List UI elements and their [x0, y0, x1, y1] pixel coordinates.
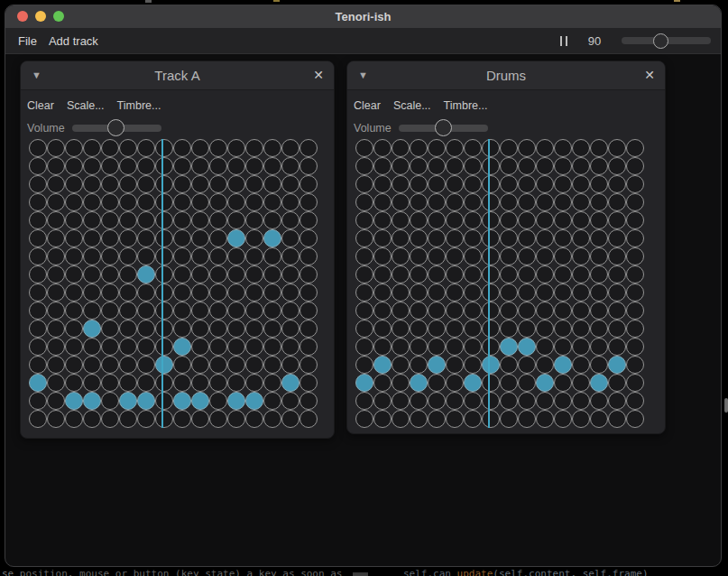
grid-cell[interactable] — [245, 302, 263, 320]
grid-cell[interactable] — [464, 247, 482, 265]
grid-cell[interactable] — [47, 374, 65, 392]
grid-cell[interactable] — [119, 320, 137, 338]
grid-cell[interactable] — [173, 211, 191, 229]
grid-cell[interactable] — [608, 265, 626, 283]
grid-cell[interactable] — [281, 211, 299, 229]
grid-cell[interactable] — [392, 320, 410, 338]
grid-cell[interactable] — [482, 211, 500, 229]
grid-cell[interactable] — [464, 338, 482, 356]
grid-cell[interactable] — [47, 193, 65, 211]
grid-cell[interactable] — [47, 283, 65, 302]
grid-cell[interactable] — [428, 157, 446, 175]
grid-cell[interactable] — [281, 338, 299, 356]
grid-cell[interactable] — [536, 356, 554, 374]
grid-cell[interactable] — [464, 320, 482, 338]
action-button-timbre[interactable]: Timbre... — [444, 99, 488, 112]
grid-cell[interactable] — [518, 320, 536, 338]
grid-cell[interactable] — [572, 265, 590, 283]
grid-cell[interactable] — [572, 247, 590, 265]
grid-cell[interactable] — [191, 193, 209, 211]
grid-cell[interactable] — [65, 139, 83, 157]
grid-cell[interactable] — [428, 338, 446, 356]
grid-cell[interactable] — [518, 392, 536, 410]
grid-cell[interactable] — [245, 229, 263, 247]
grid-cell[interactable] — [65, 356, 83, 374]
grid-cell[interactable] — [101, 338, 119, 356]
grid-cell[interactable] — [355, 283, 373, 302]
grid-cell[interactable] — [590, 211, 608, 229]
grid-cell[interactable] — [590, 139, 608, 157]
grid-cell[interactable] — [572, 302, 590, 320]
grid-cell[interactable] — [191, 302, 209, 320]
grid-cell[interactable] — [590, 302, 608, 320]
grid-cell[interactable] — [263, 247, 281, 265]
grid-cell[interactable] — [608, 247, 626, 265]
grid-cell[interactable] — [191, 374, 209, 392]
grid-cell[interactable] — [155, 139, 173, 157]
grid-cell[interactable] — [137, 211, 155, 229]
grid-cell[interactable] — [554, 356, 572, 374]
grid-cell[interactable] — [446, 229, 464, 247]
grid-cell[interactable] — [137, 229, 155, 247]
grid-cell[interactable] — [299, 193, 318, 211]
grid-cell[interactable] — [572, 139, 590, 157]
grid-cell[interactable] — [83, 392, 101, 410]
grid-cell[interactable] — [482, 193, 500, 211]
grid-cell[interactable] — [554, 193, 572, 211]
grid-cell[interactable] — [392, 211, 410, 229]
grid-cell[interactable] — [355, 175, 373, 193]
grid-cell[interactable] — [518, 302, 536, 320]
grid-cell[interactable] — [209, 302, 227, 320]
grid-cell[interactable] — [29, 247, 47, 265]
grid-cell[interactable] — [191, 211, 209, 229]
grid-cell[interactable] — [410, 338, 428, 356]
grid-cell[interactable] — [428, 175, 446, 193]
panel-header[interactable]: ▼ Drums ✕ — [347, 61, 665, 90]
grid-cell[interactable] — [410, 265, 428, 283]
grid-cell[interactable] — [410, 175, 428, 193]
grid-cell[interactable] — [83, 193, 101, 211]
grid-cell[interactable] — [29, 410, 47, 428]
grid-cell[interactable] — [518, 374, 536, 392]
tempo-slider[interactable] — [622, 33, 711, 49]
grid-cell[interactable] — [572, 211, 590, 229]
grid-cell[interactable] — [47, 410, 65, 428]
grid-cell[interactable] — [500, 392, 518, 410]
grid-cell[interactable] — [29, 283, 47, 302]
grid-cell[interactable] — [83, 283, 101, 302]
grid-cell[interactable] — [191, 247, 209, 265]
grid-cell[interactable] — [155, 247, 173, 265]
grid-cell[interactable] — [626, 356, 644, 374]
grid-cell[interactable] — [245, 139, 263, 157]
grid-cell[interactable] — [355, 338, 373, 356]
grid-cell[interactable] — [373, 283, 392, 302]
grid-cell[interactable] — [572, 175, 590, 193]
grid-cell[interactable] — [281, 193, 299, 211]
grid-cell[interactable] — [263, 265, 281, 283]
grid-cell[interactable] — [518, 247, 536, 265]
grid-cell[interactable] — [590, 320, 608, 338]
grid-cell[interactable] — [137, 175, 155, 193]
grid-cell[interactable] — [227, 211, 245, 229]
grid-cell[interactable] — [137, 247, 155, 265]
volume-slider-knob[interactable] — [107, 119, 124, 136]
grid-cell[interactable] — [173, 410, 191, 428]
grid-cell[interactable] — [626, 338, 644, 356]
grid-cell[interactable] — [299, 265, 318, 283]
grid-cell[interactable] — [119, 374, 137, 392]
grid-cell[interactable] — [281, 265, 299, 283]
grid-cell[interactable] — [155, 374, 173, 392]
grid-cell[interactable] — [137, 302, 155, 320]
grid-cell[interactable] — [464, 193, 482, 211]
grid-cell[interactable] — [446, 265, 464, 283]
close-icon[interactable]: ✕ — [644, 61, 655, 89]
grid-cell[interactable] — [500, 320, 518, 338]
grid-cell[interactable] — [554, 374, 572, 392]
grid-cell[interactable] — [482, 283, 500, 302]
grid-cell[interactable] — [626, 157, 644, 175]
grid-cell[interactable] — [446, 193, 464, 211]
grid-cell[interactable] — [65, 193, 83, 211]
grid-cell[interactable] — [500, 247, 518, 265]
grid-cell[interactable] — [392, 247, 410, 265]
grid-cell[interactable] — [518, 229, 536, 247]
